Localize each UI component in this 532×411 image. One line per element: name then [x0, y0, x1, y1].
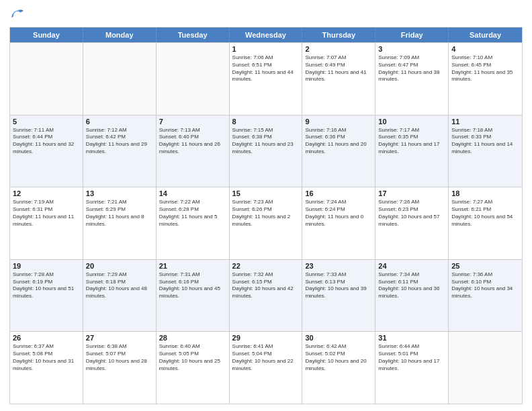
cal-cell-17: 17Sunrise: 7:26 AM Sunset: 6:23 PM Dayli… — [375, 187, 449, 259]
cal-cell-3: 3Sunrise: 7:09 AM Sunset: 6:47 PM Daylig… — [375, 43, 449, 115]
day-number: 27 — [86, 334, 153, 342]
day-number: 22 — [232, 262, 300, 270]
cal-cell-31: 31Sunrise: 6:44 AM Sunset: 5:01 PM Dayli… — [375, 332, 449, 404]
day-number: 31 — [378, 334, 445, 342]
weekday-header-tuesday: Tuesday — [157, 28, 230, 42]
cal-cell-8: 8Sunrise: 7:15 AM Sunset: 6:38 PM Daylig… — [230, 116, 303, 187]
day-info: Sunrise: 7:16 AM Sunset: 6:36 PM Dayligh… — [305, 127, 372, 156]
day-info: Sunrise: 7:31 AM Sunset: 6:16 PM Dayligh… — [159, 271, 226, 300]
cal-cell-11: 11Sunrise: 7:18 AM Sunset: 6:33 PM Dayli… — [449, 116, 522, 187]
logo-icon — [9, 7, 24, 21]
cal-cell-20: 20Sunrise: 7:29 AM Sunset: 6:18 PM Dayli… — [83, 260, 157, 332]
cal-cell-29: 29Sunrise: 6:41 AM Sunset: 5:04 PM Dayli… — [230, 332, 303, 404]
cal-cell-7: 7Sunrise: 7:13 AM Sunset: 6:40 PM Daylig… — [157, 116, 230, 187]
day-info: Sunrise: 7:10 AM Sunset: 6:45 PM Dayligh… — [451, 54, 519, 83]
cal-cell-10: 10Sunrise: 7:17 AM Sunset: 6:35 PM Dayli… — [375, 116, 449, 187]
cal-cell-15: 15Sunrise: 7:23 AM Sunset: 6:26 PM Dayli… — [230, 187, 303, 259]
day-info: Sunrise: 7:27 AM Sunset: 6:21 PM Dayligh… — [451, 199, 519, 228]
day-number: 5 — [13, 118, 80, 126]
day-info: Sunrise: 6:40 AM Sunset: 5:05 PM Dayligh… — [159, 343, 226, 372]
weekday-header-sunday: Sunday — [10, 28, 83, 42]
cal-cell-empty-6 — [449, 332, 522, 404]
weekday-header-thursday: Thursday — [302, 28, 375, 42]
cal-cell-16: 16Sunrise: 7:24 AM Sunset: 6:24 PM Dayli… — [302, 187, 375, 259]
day-number: 23 — [305, 262, 372, 270]
day-info: Sunrise: 7:11 AM Sunset: 6:44 PM Dayligh… — [13, 127, 80, 156]
day-info: Sunrise: 7:21 AM Sunset: 6:29 PM Dayligh… — [86, 199, 153, 228]
day-number: 26 — [13, 334, 80, 342]
cal-cell-empty-1 — [83, 43, 157, 115]
day-info: Sunrise: 7:18 AM Sunset: 6:33 PM Dayligh… — [451, 127, 519, 156]
cal-cell-9: 9Sunrise: 7:16 AM Sunset: 6:36 PM Daylig… — [302, 116, 375, 187]
cal-cell-13: 13Sunrise: 7:21 AM Sunset: 6:29 PM Dayli… — [83, 187, 157, 259]
cal-cell-30: 30Sunrise: 6:42 AM Sunset: 5:02 PM Dayli… — [302, 332, 375, 404]
cal-cell-25: 25Sunrise: 7:36 AM Sunset: 6:10 PM Dayli… — [449, 260, 522, 332]
cal-cell-19: 19Sunrise: 7:28 AM Sunset: 6:19 PM Dayli… — [10, 260, 83, 332]
day-info: Sunrise: 7:12 AM Sunset: 6:42 PM Dayligh… — [86, 127, 153, 156]
cal-cell-4: 4Sunrise: 7:10 AM Sunset: 6:45 PM Daylig… — [449, 43, 522, 115]
day-number: 16 — [305, 189, 372, 197]
day-number: 18 — [451, 189, 519, 197]
day-info: Sunrise: 7:23 AM Sunset: 6:26 PM Dayligh… — [232, 199, 300, 228]
day-number: 6 — [86, 118, 153, 126]
day-number: 28 — [159, 334, 226, 342]
day-number: 14 — [159, 189, 226, 197]
week-row-5: 26Sunrise: 6:37 AM Sunset: 5:08 PM Dayli… — [10, 331, 522, 404]
cal-cell-27: 27Sunrise: 6:38 AM Sunset: 5:07 PM Dayli… — [83, 332, 157, 404]
week-row-2: 5Sunrise: 7:11 AM Sunset: 6:44 PM Daylig… — [10, 115, 522, 187]
day-number: 29 — [232, 334, 300, 342]
day-number: 19 — [13, 262, 80, 270]
day-info: Sunrise: 7:36 AM Sunset: 6:10 PM Dayligh… — [451, 271, 519, 300]
day-info: Sunrise: 6:44 AM Sunset: 5:01 PM Dayligh… — [378, 343, 445, 372]
day-number: 7 — [159, 118, 226, 126]
cal-cell-21: 21Sunrise: 7:31 AM Sunset: 6:16 PM Dayli… — [157, 260, 230, 332]
day-number: 17 — [378, 189, 445, 197]
day-info: Sunrise: 7:22 AM Sunset: 6:28 PM Dayligh… — [159, 199, 226, 228]
day-number: 1 — [232, 45, 300, 53]
weekday-header-saturday: Saturday — [449, 28, 522, 42]
cal-cell-empty-0 — [10, 43, 83, 115]
day-info: Sunrise: 7:19 AM Sunset: 6:31 PM Dayligh… — [13, 199, 80, 228]
day-number: 3 — [378, 45, 445, 53]
day-info: Sunrise: 7:24 AM Sunset: 6:24 PM Dayligh… — [305, 199, 372, 228]
day-info: Sunrise: 7:15 AM Sunset: 6:38 PM Dayligh… — [232, 127, 300, 156]
cal-cell-1: 1Sunrise: 7:06 AM Sunset: 6:51 PM Daylig… — [230, 43, 303, 115]
day-info: Sunrise: 7:06 AM Sunset: 6:51 PM Dayligh… — [232, 54, 300, 83]
day-number: 21 — [159, 262, 226, 270]
cal-cell-empty-2 — [157, 43, 230, 115]
calendar: SundayMondayTuesdayWednesdayThursdayFrid… — [9, 27, 523, 404]
weekday-header-friday: Friday — [375, 28, 449, 42]
day-info: Sunrise: 7:13 AM Sunset: 6:40 PM Dayligh… — [159, 127, 226, 156]
day-number: 11 — [451, 118, 519, 126]
cal-cell-22: 22Sunrise: 7:32 AM Sunset: 6:15 PM Dayli… — [230, 260, 303, 332]
day-info: Sunrise: 6:38 AM Sunset: 5:07 PM Dayligh… — [86, 343, 153, 372]
calendar-header-row: SundayMondayTuesdayWednesdayThursdayFrid… — [10, 28, 522, 42]
day-info: Sunrise: 7:32 AM Sunset: 6:15 PM Dayligh… — [232, 271, 300, 300]
day-number: 10 — [378, 118, 445, 126]
day-number: 13 — [86, 189, 153, 197]
day-number: 15 — [232, 189, 300, 197]
cal-cell-6: 6Sunrise: 7:12 AM Sunset: 6:42 PM Daylig… — [83, 116, 157, 187]
day-number: 2 — [305, 45, 372, 53]
calendar-body: 1Sunrise: 7:06 AM Sunset: 6:51 PM Daylig… — [10, 42, 522, 404]
day-info: Sunrise: 7:28 AM Sunset: 6:19 PM Dayligh… — [13, 271, 80, 300]
cal-cell-2: 2Sunrise: 7:07 AM Sunset: 6:49 PM Daylig… — [302, 43, 375, 115]
week-row-3: 12Sunrise: 7:19 AM Sunset: 6:31 PM Dayli… — [10, 187, 522, 259]
cal-cell-12: 12Sunrise: 7:19 AM Sunset: 6:31 PM Dayli… — [10, 187, 83, 259]
cal-cell-24: 24Sunrise: 7:34 AM Sunset: 6:11 PM Dayli… — [375, 260, 449, 332]
day-info: Sunrise: 7:33 AM Sunset: 6:13 PM Dayligh… — [305, 271, 372, 300]
day-info: Sunrise: 6:42 AM Sunset: 5:02 PM Dayligh… — [305, 343, 372, 372]
svg-rect-0 — [9, 7, 24, 21]
logo — [9, 7, 27, 21]
week-row-4: 19Sunrise: 7:28 AM Sunset: 6:19 PM Dayli… — [10, 259, 522, 332]
page: SundayMondayTuesdayWednesdayThursdayFrid… — [0, 0, 532, 411]
day-number: 25 — [451, 262, 519, 270]
day-number: 24 — [378, 262, 445, 270]
day-info: Sunrise: 6:37 AM Sunset: 5:08 PM Dayligh… — [13, 343, 80, 372]
cal-cell-18: 18Sunrise: 7:27 AM Sunset: 6:21 PM Dayli… — [449, 187, 522, 259]
day-number: 20 — [86, 262, 153, 270]
day-info: Sunrise: 7:34 AM Sunset: 6:11 PM Dayligh… — [378, 271, 445, 300]
week-row-1: 1Sunrise: 7:06 AM Sunset: 6:51 PM Daylig… — [10, 42, 522, 115]
cal-cell-23: 23Sunrise: 7:33 AM Sunset: 6:13 PM Dayli… — [302, 260, 375, 332]
header — [9, 7, 523, 21]
